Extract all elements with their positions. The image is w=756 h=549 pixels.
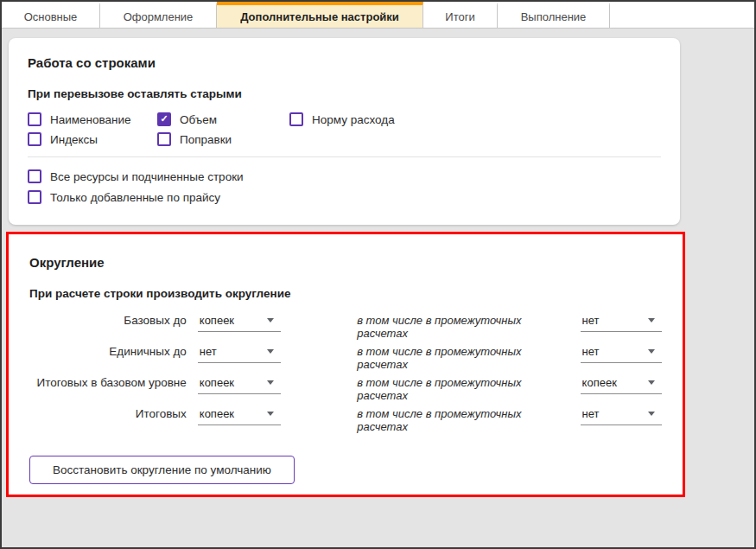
keep-old-subtitle: При перевызове оставлять старыми xyxy=(28,87,661,100)
checkbox-label: Только добавленные по прайсу xyxy=(50,191,220,204)
intermediate-note: в том числе в промежуточных расчетах xyxy=(357,343,571,371)
rounding-row-label: Итоговых xyxy=(29,405,187,421)
dropdown-value: копеек xyxy=(200,314,234,327)
checkbox-all-resources[interactable] xyxy=(28,169,41,183)
intermediate-note: в том числе в промежуточных расчетах xyxy=(357,405,571,433)
checkbox-corrections[interactable] xyxy=(157,132,171,146)
rounding-row-base: Базовых до копеек в том числе в промежут… xyxy=(29,312,662,343)
checkbox-name[interactable] xyxy=(28,112,41,126)
checkbox-item-only-pricelist[interactable]: Только добавленные по прайсу xyxy=(28,190,661,204)
tab-execution[interactable]: Выполнение xyxy=(498,2,610,28)
chevron-down-icon xyxy=(267,349,274,354)
rounding-panel: Округление При расчете строки производит… xyxy=(6,232,685,497)
chevron-down-icon xyxy=(648,349,655,354)
checkbox-label: Индексы xyxy=(50,133,98,146)
tab-appearance[interactable]: Оформление xyxy=(100,2,217,28)
rounding-panel-title: Округление xyxy=(29,255,662,270)
base-rounding-dropdown[interactable]: копеек xyxy=(198,312,281,332)
dropdown-value: копеек xyxy=(200,376,234,389)
checkbox-label: Поправки xyxy=(180,133,232,146)
checkbox-label: Все ресурсы и подчиненные строки xyxy=(50,170,244,183)
chevron-down-icon xyxy=(648,380,655,385)
checkbox-consumption-rate[interactable] xyxy=(289,112,303,126)
rows-panel-title: Работа со строками xyxy=(28,55,661,70)
totals-intermediate-dropdown[interactable]: нет xyxy=(581,405,662,425)
intermediate-note: в том числе в промежуточных расчетах xyxy=(357,312,571,340)
dropdown-value: копеек xyxy=(200,407,234,420)
checkbox-label: Наименование xyxy=(50,113,131,126)
chevron-down-icon xyxy=(267,380,274,385)
dropdown-value: нет xyxy=(582,314,600,327)
totals-base-rounding-dropdown[interactable]: копеек xyxy=(198,374,281,394)
tab-bar-filler xyxy=(610,2,754,28)
checkbox-label: Норму расхода xyxy=(312,113,395,126)
totals-rounding-dropdown[interactable]: копеек xyxy=(198,405,281,425)
rounding-row-totals-base-level: Итоговых в базовом уровне копеек в том ч… xyxy=(29,374,662,405)
tab-basic[interactable]: Основные xyxy=(2,2,100,28)
intermediate-note: в том числе в промежуточных расчетах xyxy=(357,374,571,402)
rounding-row-unit: Единичных до нет в том числе в промежуто… xyxy=(29,343,662,374)
chevron-down-icon xyxy=(648,412,655,416)
tab-additional-settings[interactable]: Дополнительные настройки xyxy=(217,2,423,28)
rows-settings-panel: Работа со строками При перевызове оставл… xyxy=(9,38,680,225)
tab-totals[interactable]: Итоги xyxy=(423,2,498,28)
checkbox-label: Объем xyxy=(180,113,217,126)
dropdown-value: нет xyxy=(582,407,600,420)
checkbox-item-corrections[interactable]: Поправки xyxy=(157,132,289,146)
checkbox-item-all-resources[interactable]: Все ресурсы и подчиненные строки xyxy=(28,169,661,183)
checkbox-item-indexes[interactable]: Индексы xyxy=(28,132,157,146)
rounding-subtitle: При расчете строки производить округлени… xyxy=(29,287,662,300)
checkbox-indexes[interactable] xyxy=(28,132,41,146)
unit-rounding-dropdown[interactable]: нет xyxy=(198,343,281,363)
dropdown-value: нет xyxy=(200,345,217,358)
section-divider xyxy=(28,156,661,157)
rounding-row-label: Базовых до xyxy=(29,312,187,328)
rounding-row-label: Итоговых в базовом уровне xyxy=(29,374,187,390)
rounding-row-label: Единичных до xyxy=(29,343,187,359)
checkbox-item-name[interactable]: Наименование xyxy=(28,112,157,126)
chevron-down-icon xyxy=(648,318,655,322)
checkbox-item-consumption-rate[interactable]: Норму расхода xyxy=(289,112,395,126)
unit-intermediate-dropdown[interactable]: нет xyxy=(581,343,662,363)
totals-base-intermediate-dropdown[interactable]: копеек xyxy=(581,374,662,394)
reset-rounding-button[interactable]: Восстановить округление по умолчанию xyxy=(29,456,295,484)
dropdown-value: копеек xyxy=(582,376,617,389)
checkbox-only-pricelist[interactable] xyxy=(28,190,41,204)
tab-bar: Основные Оформление Дополнительные настр… xyxy=(2,2,754,29)
rounding-row-totals: Итоговых копеек в том числе в промежуточ… xyxy=(29,405,662,437)
chevron-down-icon xyxy=(267,412,274,416)
checkbox-item-volume[interactable]: Объем xyxy=(157,112,289,126)
base-intermediate-dropdown[interactable]: нет xyxy=(581,312,662,332)
chevron-down-icon xyxy=(267,318,274,322)
checkbox-volume[interactable] xyxy=(157,112,171,126)
dropdown-value: нет xyxy=(582,345,600,358)
